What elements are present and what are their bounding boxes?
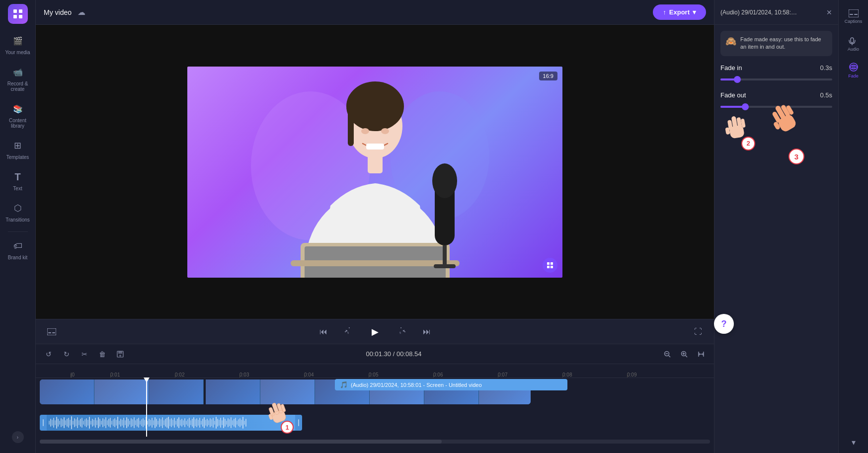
- redo-button[interactable]: ↻: [60, 347, 74, 361]
- ruler-marks: |0 0:01 0:02 0:03 0:04 0:05 0:06 0:07 0:…: [71, 372, 692, 378]
- audio-panel-button[interactable]: Audio: [841, 31, 866, 56]
- svg-rect-61: [736, 117, 742, 129]
- svg-rect-9: [368, 153, 383, 173]
- forward-5s-button[interactable]: 5: [393, 324, 409, 340]
- sidebar-item-label: Templates: [6, 154, 29, 160]
- help-button[interactable]: ?: [714, 314, 734, 334]
- fade-in-track: [720, 78, 832, 80]
- fade-tooltip: 🙈 Fade made easy: use this to fade an it…: [720, 31, 832, 56]
- svg-point-35: [119, 355, 121, 357]
- ruler-mark-2: 0:02: [175, 372, 239, 378]
- captions-panel-button[interactable]: Captions: [841, 4, 866, 29]
- panel-collapse-button[interactable]: ▾: [852, 438, 856, 447]
- svg-rect-22: [547, 262, 550, 265]
- delete-button[interactable]: 🗑: [95, 347, 109, 361]
- step2-annotation: 2: [720, 109, 755, 151]
- zoom-out-button[interactable]: [660, 347, 674, 361]
- timeline-section: ↺ ↻ ✂ 🗑 00:01.30 / 00:08.5: [36, 344, 714, 453]
- topbar: My video ☁ ↑ Export ▾: [36, 0, 714, 25]
- playhead[interactable]: [146, 378, 147, 437]
- hand-cursor-2: [720, 109, 755, 149]
- svg-rect-27: [48, 332, 51, 333]
- svg-text:5: 5: [399, 331, 401, 334]
- back-5s-button[interactable]: 5: [341, 324, 357, 340]
- audio-track-label[interactable]: 🎵 (Audio) 29/01/2024, 10:58:01 - Screen …: [335, 379, 567, 390]
- sidebar-item-transitions[interactable]: ⬡ Transitions: [2, 197, 34, 226]
- content-library-icon: 📚: [11, 102, 25, 116]
- svg-rect-2: [13, 15, 17, 18]
- current-time: 00:01.30: [366, 350, 391, 358]
- video-frame: 16:9: [187, 67, 562, 278]
- fade-in-value: 0.3s: [820, 64, 832, 72]
- record-create-icon: 📹: [11, 65, 25, 79]
- audio-waveform-track[interactable]: [47, 415, 295, 431]
- export-icon: ↑: [663, 8, 666, 16]
- save-as-button[interactable]: [113, 347, 127, 361]
- playback-controls: ⏮ 5 ▶ 5 ⏭ ⛶: [36, 319, 714, 344]
- sidebar-item-templates[interactable]: ⊞ Templates: [2, 135, 34, 164]
- sidebar-item-brand-kit[interactable]: 🏷 Brand kit: [2, 235, 34, 264]
- audio-label-text: (Audio) 29/01/2024, 10:58:01 - Screen - …: [351, 382, 482, 388]
- fade-out-label: Fade out: [720, 91, 746, 99]
- templates-icon: ⊞: [11, 139, 25, 152]
- svg-line-40: [686, 355, 688, 357]
- timeline-time-display: 00:01.30 / 00:08.54: [131, 350, 656, 358]
- audio-right-handle[interactable]: [295, 415, 302, 431]
- svg-rect-34: [118, 351, 122, 354]
- timeline-content[interactable]: |0 0:01 0:02 0:03 0:04 0:05 0:06 0:07 0:…: [36, 364, 714, 453]
- panel-close-button[interactable]: ✕: [826, 8, 832, 16]
- sidebar-item-text[interactable]: T Text: [2, 166, 34, 195]
- fade-in-slider[interactable]: [720, 76, 832, 83]
- project-title[interactable]: My video: [44, 8, 72, 16]
- your-media-icon: 🎬: [11, 34, 25, 48]
- right-panel-wrapper: (Audio) 29/01/2024, 10:58:01 - S... ✕ 🙈 …: [714, 0, 868, 453]
- video-preview[interactable]: 16:9: [36, 25, 714, 319]
- export-button[interactable]: ↑ Export ▾: [653, 4, 706, 20]
- step2-badge: 2: [741, 137, 755, 151]
- svg-point-16: [432, 163, 457, 198]
- cloud-save-icon[interactable]: ☁: [78, 7, 85, 17]
- main-content: My video ☁ ↑ Export ▾: [36, 0, 714, 453]
- sidebar-item-your-media[interactable]: 🎬 Your media: [2, 30, 34, 59]
- svg-rect-21: [366, 144, 384, 150]
- sidebar-item-label: Your media: [5, 50, 30, 55]
- fade-out-label-row: Fade out 0.5s: [720, 91, 832, 99]
- fade-panel-button[interactable]: Fade: [841, 58, 866, 82]
- aspect-ratio-badge: 16:9: [539, 72, 557, 80]
- sidebar-item-content-library[interactable]: 📚 Content library: [2, 98, 34, 133]
- skip-back-button[interactable]: ⏮: [316, 324, 331, 340]
- fade-in-thumb[interactable]: [734, 76, 741, 83]
- total-time: 00:08.54: [396, 350, 422, 358]
- svg-rect-25: [551, 266, 553, 268]
- timeline-zoom-controls: [660, 347, 708, 361]
- svg-point-20: [381, 128, 389, 134]
- fade-out-thumb[interactable]: [742, 103, 749, 110]
- fade-in-control: Fade in 0.3s: [720, 64, 832, 83]
- zoom-in-button[interactable]: [677, 347, 691, 361]
- fit-timeline-button[interactable]: [694, 347, 708, 361]
- transitions-icon: ⬡: [11, 201, 25, 215]
- sidebar-item-record-create[interactable]: 📹 Record & create: [2, 61, 34, 96]
- panel-header: (Audio) 29/01/2024, 10:58:01 - S... ✕: [714, 0, 838, 25]
- fade-out-value: 0.5s: [820, 91, 832, 99]
- scrollbar-thumb[interactable]: [40, 440, 442, 444]
- timeline-scrollbar[interactable]: [40, 440, 710, 444]
- app-logo[interactable]: [8, 4, 28, 24]
- svg-rect-62: [727, 120, 733, 130]
- undo-button[interactable]: ↺: [42, 347, 56, 361]
- skip-forward-button[interactable]: ⏭: [419, 324, 435, 340]
- fade-out-slider[interactable]: [720, 103, 832, 111]
- brand-kit-icon: 🏷: [11, 239, 25, 253]
- audio-left-handle[interactable]: [40, 415, 47, 431]
- svg-text:5: 5: [347, 331, 349, 334]
- tooltip-emoji: 🙈: [725, 36, 736, 51]
- audio-label: Audio: [848, 47, 859, 52]
- cut-button[interactable]: ✂: [78, 347, 91, 361]
- subtitle-button[interactable]: [44, 324, 60, 340]
- sidebar-item-label: Record & create: [4, 81, 32, 92]
- sidebar-collapse-btn[interactable]: ›: [12, 431, 24, 443]
- svg-rect-17: [443, 245, 447, 265]
- sidebar-item-label: Text: [13, 186, 22, 191]
- play-button[interactable]: ▶: [367, 324, 383, 340]
- fullscreen-button[interactable]: ⛶: [690, 324, 706, 340]
